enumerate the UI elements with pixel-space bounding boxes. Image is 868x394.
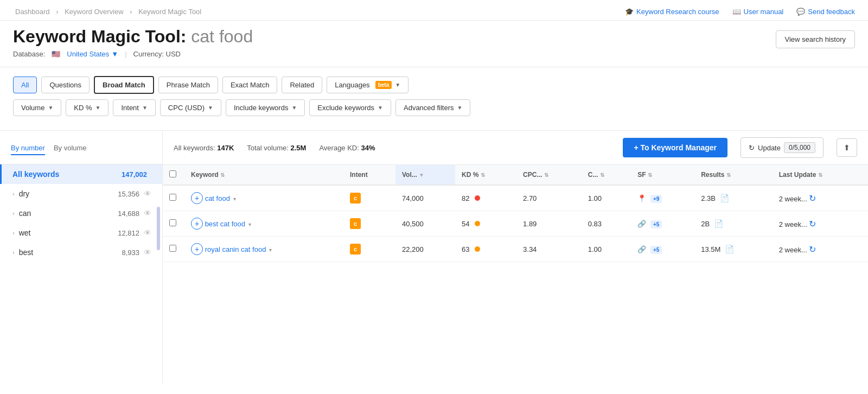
td-cpc-1: 2.70 bbox=[516, 185, 582, 211]
chevron-down-icon: ▼ bbox=[378, 105, 383, 111]
th-last-update: Last Update ⇅ bbox=[773, 165, 868, 185]
breadcrumb-item-dashboard[interactable]: Dashboard bbox=[15, 8, 50, 16]
user-manual-link[interactable]: 📖 User manual bbox=[732, 8, 784, 16]
eye-icon-wet[interactable]: 👁 bbox=[144, 228, 151, 237]
td-keyword-2: + best cat food ▾ bbox=[184, 211, 343, 237]
sidebar-label-dry: dry bbox=[19, 189, 118, 198]
sidebar-label-wet: wet bbox=[19, 228, 118, 237]
th-comp: C... ⇅ bbox=[582, 165, 631, 185]
sort-icon-kd[interactable]: ⇅ bbox=[481, 172, 485, 178]
cpc-filter[interactable]: CPC (USD) ▼ bbox=[160, 99, 221, 116]
chevron-down-icon: ▼ bbox=[208, 105, 213, 111]
sidebar-item-wet[interactable]: › wet 12,812 👁 bbox=[0, 223, 162, 243]
row-checkbox-1[interactable] bbox=[169, 194, 176, 201]
keyword-link-1[interactable]: cat food bbox=[205, 194, 230, 202]
breadcrumb-item-keyword-overview[interactable]: Keyword Overview bbox=[65, 8, 123, 16]
database-value: United States bbox=[67, 50, 109, 58]
sort-tabs: By number By volume bbox=[11, 144, 87, 155]
sidebar-item-all-keywords[interactable]: All keywords 147,002 bbox=[0, 164, 162, 184]
keyword-link-3[interactable]: royal canin cat food bbox=[205, 245, 266, 253]
intent-badge-3: c bbox=[350, 244, 361, 255]
dropdown-filter-row: Volume ▼ KD % ▼ Intent ▼ CPC (USD) ▼ Inc… bbox=[13, 99, 855, 116]
database-selector[interactable]: United States ▼ bbox=[67, 50, 118, 58]
sort-icon-comp[interactable]: ⇅ bbox=[600, 172, 604, 178]
export-icon: ⬆ bbox=[844, 143, 850, 152]
update-button[interactable]: ↻ Update 0/5,000 bbox=[741, 137, 824, 158]
tab-phrase-match[interactable]: Phrase Match bbox=[158, 77, 218, 93]
tab-languages[interactable]: Languages beta ▼ bbox=[327, 77, 409, 93]
td-checkbox-1 bbox=[163, 185, 184, 211]
chat-icon: 💬 bbox=[796, 8, 805, 16]
send-feedback-link[interactable]: 💬 Send feedback bbox=[796, 8, 855, 16]
page-title-prefix: Keyword Magic Tool: bbox=[13, 27, 186, 46]
include-keywords-filter[interactable]: Include keywords ▼ bbox=[226, 99, 305, 116]
chevron-down-icon: ▼ bbox=[95, 105, 101, 111]
database-label: Database: bbox=[13, 50, 45, 58]
kd-filter[interactable]: KD % ▼ bbox=[66, 99, 108, 116]
td-results-1: 2.3B 📄 bbox=[694, 185, 773, 211]
select-all-checkbox[interactable] bbox=[169, 170, 176, 177]
tab-all[interactable]: All bbox=[13, 77, 37, 93]
add-keyword-button-1[interactable]: + bbox=[191, 192, 203, 204]
refresh-icon-3[interactable]: ↻ bbox=[809, 245, 816, 254]
sort-by-number[interactable]: By number bbox=[11, 144, 45, 155]
sort-icon-cpc[interactable]: ⇅ bbox=[544, 172, 548, 178]
tab-questions[interactable]: Questions bbox=[41, 77, 90, 93]
sidebar-item-can[interactable]: › can 14,688 👁 bbox=[0, 204, 162, 223]
eye-icon-dry[interactable]: 👁 bbox=[144, 189, 151, 198]
keyword-research-course-link[interactable]: 🎓 Keyword Research course bbox=[625, 8, 719, 16]
stat-avg-kd: Average KD: 34% bbox=[319, 144, 375, 152]
chevron-right-icon: › bbox=[12, 190, 15, 197]
to-keyword-manager-button[interactable]: + To Keyword Manager bbox=[623, 138, 727, 157]
currency-label: Currency: USD bbox=[133, 50, 181, 58]
keyword-link-2[interactable]: best cat food bbox=[205, 220, 245, 228]
chevron-right-icon: › bbox=[12, 249, 15, 256]
intent-filter[interactable]: Intent ▼ bbox=[113, 99, 155, 116]
row-checkbox-3[interactable] bbox=[169, 245, 176, 252]
sort-icon-results[interactable]: ⇅ bbox=[726, 172, 731, 178]
volume-filter[interactable]: Volume ▼ bbox=[13, 99, 61, 116]
sort-icon-sf[interactable]: ⇅ bbox=[648, 172, 652, 178]
sort-by-volume[interactable]: By volume bbox=[54, 144, 87, 155]
chevron-down-icon: ▾ bbox=[248, 221, 251, 227]
td-cpc-2: 1.89 bbox=[516, 211, 582, 237]
flag-icon: 🇺🇸 bbox=[52, 50, 60, 58]
sidebar-count-dry: 15,356 bbox=[118, 190, 139, 198]
sidebar-item-dry[interactable]: › dry 15,356 👁 bbox=[0, 184, 162, 204]
sf-plus-badge-3[interactable]: +5 bbox=[650, 246, 662, 254]
stat-total-volume: Total volume: 2.5M bbox=[247, 144, 306, 152]
add-keyword-button-3[interactable]: + bbox=[191, 243, 203, 255]
add-keyword-button-2[interactable]: + bbox=[191, 218, 203, 230]
table-row: + best cat food ▾ c 40,500 54 1.89 bbox=[163, 211, 868, 237]
refresh-icon-2[interactable]: ↻ bbox=[809, 219, 816, 228]
td-volume-2: 40,500 bbox=[395, 211, 455, 237]
advanced-filters-filter[interactable]: Advanced filters ▼ bbox=[395, 99, 470, 116]
td-volume-1: 74,000 bbox=[395, 185, 455, 211]
languages-label: Languages bbox=[335, 81, 369, 89]
view-history-button[interactable]: View search history bbox=[776, 30, 855, 48]
eye-icon-best[interactable]: 👁 bbox=[144, 248, 151, 257]
td-volume-3: 22,200 bbox=[395, 237, 455, 262]
stats-bar: All keywords: 147K Total volume: 2.5M Av… bbox=[163, 131, 868, 165]
eye-icon-can[interactable]: 👁 bbox=[144, 209, 151, 218]
tab-broad-match[interactable]: Broad Match bbox=[94, 76, 154, 94]
sf-plus-badge-1[interactable]: +9 bbox=[650, 195, 662, 203]
sidebar-item-best[interactable]: › best 8,933 👁 bbox=[0, 243, 162, 262]
tab-exact-match[interactable]: Exact Match bbox=[222, 77, 278, 93]
tab-filter-row: All Questions Broad Match Phrase Match E… bbox=[13, 76, 855, 94]
sidebar-count-can: 14,688 bbox=[118, 209, 139, 218]
table-row: + cat food ▾ c 74,000 82 2.70 bbox=[163, 185, 868, 211]
export-button[interactable]: ⬆ bbox=[837, 138, 857, 157]
sort-icon-keyword[interactable]: ⇅ bbox=[220, 172, 225, 178]
td-keyword-1: + cat food ▾ bbox=[184, 185, 343, 211]
row-checkbox-2[interactable] bbox=[169, 219, 176, 226]
td-intent-3: c bbox=[343, 237, 395, 262]
tab-related[interactable]: Related bbox=[282, 77, 322, 93]
refresh-icon-1[interactable]: ↻ bbox=[809, 194, 816, 203]
sort-icon-volume[interactable]: ▼ bbox=[419, 172, 424, 178]
td-last-update-2: 2 week... ↻ bbox=[773, 211, 868, 237]
sidebar-header: By number By volume bbox=[0, 139, 162, 164]
sort-icon-last-update[interactable]: ⇅ bbox=[818, 172, 822, 178]
exclude-keywords-filter[interactable]: Exclude keywords ▼ bbox=[309, 99, 391, 116]
sf-plus-badge-2[interactable]: +5 bbox=[650, 220, 662, 228]
